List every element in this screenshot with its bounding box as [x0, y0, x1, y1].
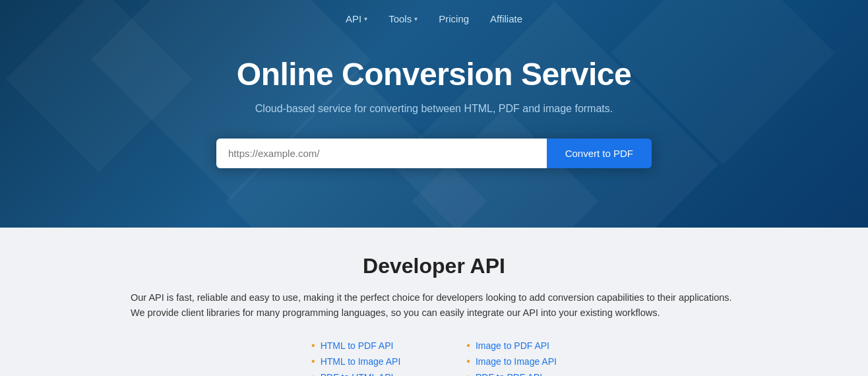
chevron-down-icon: ▾: [364, 15, 367, 22]
list-item: • Image to Image API: [466, 356, 557, 367]
nav-item-pricing[interactable]: Pricing: [431, 9, 477, 28]
chevron-down-icon: ▾: [414, 15, 418, 22]
list-item: • HTML to Image API: [311, 356, 400, 367]
nav-tools-label: Tools: [388, 13, 412, 24]
nav-affiliate-label: Affiliate: [490, 13, 522, 24]
list-item: • PDF to PDF API: [466, 372, 557, 376]
api-links-right: • Image to PDF API • Image to Image API …: [466, 340, 557, 376]
nav-pricing-label: Pricing: [439, 13, 469, 24]
bullet-icon: •: [311, 356, 315, 367]
html-to-image-api-link[interactable]: HTML to Image API: [321, 356, 401, 367]
hero-title: Online Conversion Service: [13, 56, 855, 92]
nav-api-label: API: [346, 13, 361, 24]
hero-section: API ▾ Tools ▾ Pricing Affiliate Online C…: [0, 0, 868, 228]
hero-subtitle: Cloud-based service for converting betwe…: [13, 103, 855, 115]
convert-form: Convert to PDF: [216, 139, 652, 168]
list-item: • Image to PDF API: [466, 340, 557, 351]
pdf-to-html-api-link[interactable]: PDF to HTML API: [321, 372, 394, 376]
html-to-pdf-api-link[interactable]: HTML to PDF API: [321, 340, 394, 351]
developer-api-description: Our API is fast, reliable and easy to us…: [131, 290, 737, 321]
developer-api-title: Developer API: [13, 254, 855, 278]
api-links-container: • HTML to PDF API • HTML to Image API • …: [131, 340, 737, 376]
hero-content: Online Conversion Service Cloud-based se…: [0, 36, 868, 195]
bullet-icon: •: [466, 340, 470, 351]
nav-item-api[interactable]: API ▾: [338, 9, 375, 28]
api-links-left: • HTML to PDF API • HTML to Image API • …: [311, 340, 400, 376]
bullet-icon: •: [466, 372, 470, 376]
image-to-pdf-api-link[interactable]: Image to PDF API: [476, 340, 549, 351]
url-input[interactable]: [216, 139, 547, 168]
nav-item-tools[interactable]: Tools ▾: [381, 9, 425, 28]
image-to-image-api-link[interactable]: Image to Image API: [476, 356, 557, 367]
main-nav: API ▾ Tools ▾ Pricing Affiliate: [0, 0, 868, 36]
bullet-icon: •: [311, 340, 315, 351]
pdf-to-pdf-api-link[interactable]: PDF to PDF API: [476, 372, 542, 376]
bullet-icon: •: [466, 356, 470, 367]
list-item: • HTML to PDF API: [311, 340, 400, 351]
nav-item-affiliate[interactable]: Affiliate: [482, 9, 530, 28]
list-item: • PDF to HTML API: [311, 372, 400, 376]
nav-items: API ▾ Tools ▾ Pricing Affiliate: [338, 9, 530, 28]
lower-section: Developer API Our API is fast, reliable …: [0, 228, 868, 376]
convert-to-pdf-button[interactable]: Convert to PDF: [547, 139, 652, 168]
bullet-icon: •: [311, 372, 315, 376]
